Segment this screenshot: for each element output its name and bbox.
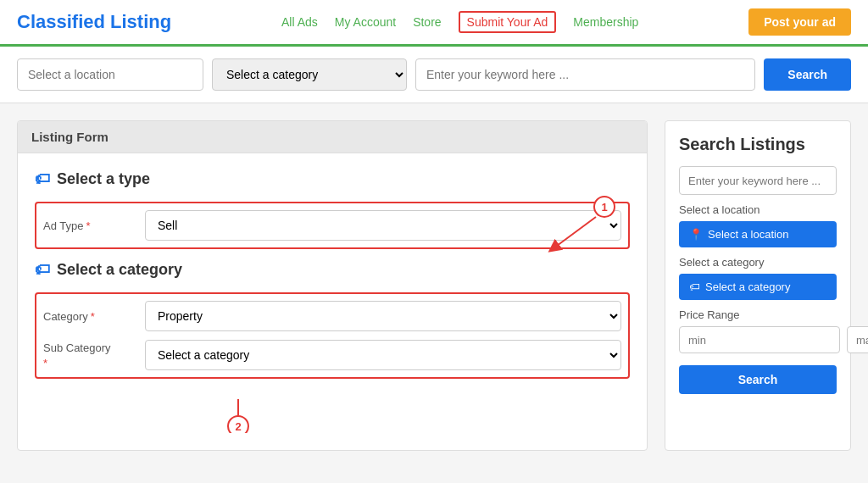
sidebar-category-button[interactable]: 🏷 Select a category [679, 274, 837, 300]
ad-type-label: Ad Type * [43, 219, 136, 232]
sidebar-keyword-input[interactable] [679, 166, 837, 195]
post-ad-button[interactable]: Post your ad [748, 8, 851, 36]
top-keyword-input[interactable] [415, 58, 755, 91]
section-category-icon: 🏷 [35, 261, 50, 279]
search-listings-title: Search Listings [679, 135, 837, 154]
top-location-input[interactable] [17, 58, 203, 91]
tag-icon: 🏷 [689, 280, 700, 293]
listing-form-header: Listing Form [18, 121, 647, 153]
sub-category-label: Sub Category * [43, 341, 136, 369]
annotation-2-arrow: 2 [204, 391, 272, 433]
price-max-input[interactable] [847, 326, 868, 353]
top-search-button[interactable]: Search [764, 58, 851, 91]
location-pin-icon: 📍 [689, 228, 703, 241]
sidebar-location-label: Select a location [679, 203, 837, 216]
ad-type-required: * [86, 219, 90, 232]
category-select[interactable]: Property Vehicles Electronics Fashion Se… [145, 301, 621, 331]
category-red-box: Category * Property Vehicles Electronics… [35, 292, 630, 379]
section-select-category-title: 🏷 Select a category [35, 261, 630, 279]
price-range-group [679, 326, 837, 353]
category-label: Category * [43, 310, 136, 323]
search-listings-sidebar: Search Listings Select a location 📍 Sele… [665, 120, 851, 451]
nav-store[interactable]: Store [413, 15, 441, 29]
listing-form-container: Listing Form 🏷 Select a type 1 [17, 120, 648, 451]
main-content: Listing Form 🏷 Select a type 1 [0, 103, 868, 468]
top-category-select[interactable]: Select a category [212, 58, 407, 91]
sidebar-price-range-label: Price Range [679, 308, 837, 321]
listing-form-body: 🏷 Select a type 1 [18, 153, 647, 450]
section-select-type-title: 🏷 Select a type [35, 170, 630, 188]
ad-type-group: Ad Type * Sell Buy Rent Trade [43, 210, 621, 241]
ad-type-red-box: Ad Type * Sell Buy Rent Trade [35, 202, 630, 249]
svg-text:2: 2 [235, 420, 241, 433]
sub-category-group: Sub Category * Select a category [43, 340, 621, 370]
header: Classified Listing All Ads My Account St… [0, 0, 868, 47]
nav-all-ads[interactable]: All Ads [281, 15, 318, 29]
price-min-input[interactable] [679, 326, 840, 353]
ad-type-select[interactable]: Sell Buy Rent Trade [145, 210, 621, 241]
nav-my-account[interactable]: My Account [335, 15, 396, 29]
top-search-bar: Select a category Search [0, 47, 868, 103]
sidebar-location-button[interactable]: 📍 Select a location [679, 221, 837, 247]
nav-submit-ad[interactable]: Submit Your Ad [459, 11, 557, 33]
logo[interactable]: Classified Listing [17, 11, 171, 33]
sub-category-required: * [43, 357, 47, 369]
category-group: Category * Property Vehicles Electronics… [43, 301, 621, 331]
sub-category-select[interactable]: Select a category [145, 340, 621, 370]
nav-membership[interactable]: Membership [573, 15, 638, 29]
category-required: * [91, 310, 95, 323]
main-nav: All Ads My Account Store Submit Your Ad … [281, 11, 638, 33]
sidebar-category-label: Select a category [679, 256, 837, 269]
sidebar-search-button[interactable]: Search [679, 365, 837, 394]
section-type-icon: 🏷 [35, 170, 50, 188]
